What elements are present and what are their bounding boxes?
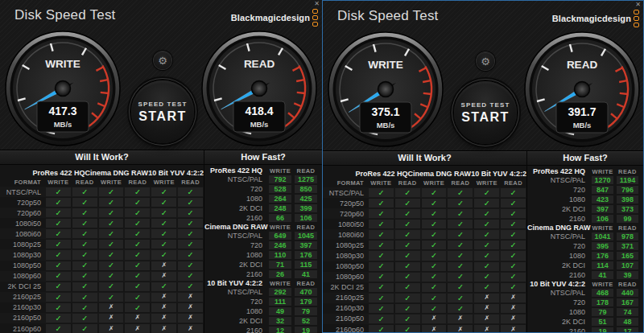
format-row: 2160p30 ✓ ✓ ✓ ✓ ✗ ✗: [323, 303, 526, 314]
write-fps-value: 395: [592, 242, 613, 250]
check-icon: ✓: [81, 220, 88, 228]
check-icon: ✓: [134, 261, 141, 269]
write-fps-value: 397: [592, 205, 613, 213]
gear-icon: ⚙: [158, 56, 167, 66]
x-cell: ✗: [125, 314, 150, 323]
check-cell: ✓: [369, 199, 394, 208]
resolution-label: NTSC/PAL: [204, 232, 267, 240]
check-icon: ✓: [510, 283, 517, 291]
check-cell: ✓: [99, 261, 124, 270]
resolution-label: 2K DCI: [204, 204, 267, 212]
x-cell: ✗: [99, 314, 124, 323]
check-cell: ✓: [395, 304, 420, 313]
sub-header-row: FORMATWRITEREADWRITEREADWRITEREAD: [0, 177, 204, 187]
gauge-label: READ: [244, 58, 275, 70]
how-fast-section-header: Cinema DNG RAW WRITE READ: [527, 224, 640, 232]
gauge-label: WRITE: [368, 59, 403, 71]
codec-name: Cinema DNG RAW: [204, 223, 267, 231]
format-row: 2160p25 ✓ ✓ ✓ ✓ ✗ ✗: [0, 292, 204, 302]
read-fps-value: 74: [617, 308, 638, 316]
check-icon: ✓: [81, 325, 88, 333]
codec-header: Cinema DNG RAW: [408, 170, 472, 178]
check-icon: ✓: [404, 262, 411, 270]
read-header: READ: [615, 224, 640, 232]
check-icon: ✓: [431, 210, 437, 218]
format-row: 2K DCI 25 ✓ ✓ ✓ ✓ ✓ ✓: [323, 282, 526, 293]
gauge-value: 418.4: [245, 105, 273, 117]
check-icon: ✓: [404, 294, 411, 302]
format-label: 1080i50: [323, 220, 368, 228]
start-button-line1: SPEED TEST: [138, 101, 188, 108]
write-fps-value: 847: [592, 186, 613, 194]
close-icon[interactable]: ✕: [314, 1, 320, 7]
speed-row: NTSC/PAL 792 1275: [204, 175, 319, 184]
settings-gear-button[interactable]: ⚙: [154, 51, 171, 69]
read-header: READ: [293, 167, 319, 175]
read-fps-value: 373: [617, 205, 638, 213]
read-fps-value: 399: [295, 204, 317, 212]
speed-test-start-button[interactable]: SPEED TEST START: [131, 80, 194, 143]
x-cell: ✗: [151, 293, 176, 302]
check-icon: ✓: [81, 230, 88, 238]
check-icon: ✓: [81, 272, 88, 280]
read-fps-value: 106: [295, 214, 317, 222]
x-icon: ✗: [161, 273, 167, 279]
check-cell: ✓: [46, 303, 71, 312]
check-cell: ✓: [46, 324, 71, 333]
write-fps-value: 19: [592, 327, 613, 333]
format-label: 2160p25: [0, 293, 45, 301]
check-cell: ✓: [395, 199, 420, 208]
format-label: 1080p30: [323, 252, 368, 260]
resolution-label: 720: [527, 242, 590, 250]
check-cell: ✓: [125, 240, 150, 249]
x-icon: ✗: [458, 327, 464, 333]
check-icon: ✓: [108, 261, 114, 269]
check-icon: ✓: [431, 231, 437, 239]
resolution-label: 1080: [527, 308, 590, 316]
write-fps-value: 26: [269, 270, 291, 278]
check-icon: ✓: [161, 199, 167, 207]
results-tables: Will It Work? ProRes 422 HQCinema DNG RA…: [323, 150, 643, 333]
check-cell: ✓: [72, 303, 97, 312]
format-label: 1080p25: [0, 240, 45, 249]
check-cell: ✓: [474, 188, 499, 197]
check-cell: ✓: [125, 282, 150, 291]
check-cell: ✓: [72, 261, 97, 270]
check-cell: ✓: [46, 261, 71, 270]
settings-gear-button[interactable]: ⚙: [477, 52, 494, 70]
check-icon: ✓: [404, 231, 411, 239]
check-icon: ✓: [134, 240, 141, 249]
check-icon: ✓: [134, 220, 141, 228]
check-cell: ✓: [395, 188, 420, 197]
check-icon: ✓: [55, 325, 61, 333]
x-icon: ✗: [109, 304, 114, 310]
check-icon: ✓: [404, 305, 411, 313]
close-icon[interactable]: ✕: [635, 2, 641, 8]
check-cell: ✓: [501, 251, 526, 260]
check-cell: ✓: [448, 230, 473, 239]
check-cell: ✓: [178, 187, 203, 196]
speed-test-start-button[interactable]: SPEED TEST START: [454, 81, 517, 144]
check-cell: ✓: [178, 240, 203, 249]
check-icon: ✓: [404, 220, 411, 228]
check-cell: ✓: [178, 272, 203, 281]
check-cell: ✓: [448, 199, 473, 208]
write-fps-value: 32: [269, 317, 291, 325]
read-fps-value: 79: [295, 307, 317, 315]
write-fps-value: 49: [269, 307, 291, 315]
check-cell: ✓: [395, 230, 420, 239]
check-cell: ✓: [448, 209, 473, 218]
x-icon: ✗: [510, 294, 516, 301]
check-cell: ✓: [99, 240, 124, 249]
check-icon: ✓: [55, 314, 61, 323]
x-cell: ✗: [501, 294, 526, 302]
check-cell: ✓: [395, 294, 420, 302]
read-fps-value: 107: [617, 261, 638, 269]
gauge-panel: WRITE 375.1 MB/s ⚙ SPEED TEST START READ…: [323, 30, 643, 150]
speed-row: 2160 106 99: [527, 214, 640, 224]
how-fast-title: How Fast?: [527, 151, 643, 166]
format-row: 2160p25 ✓ ✓ ✓ ✓ ✗ ✗: [323, 293, 526, 303]
resolution-label: 2160: [527, 215, 590, 223]
check-icon: ✓: [81, 199, 88, 207]
format-row: 2160p50 ✓ ✓ ✗ ✗ ✗ ✗: [323, 314, 526, 324]
